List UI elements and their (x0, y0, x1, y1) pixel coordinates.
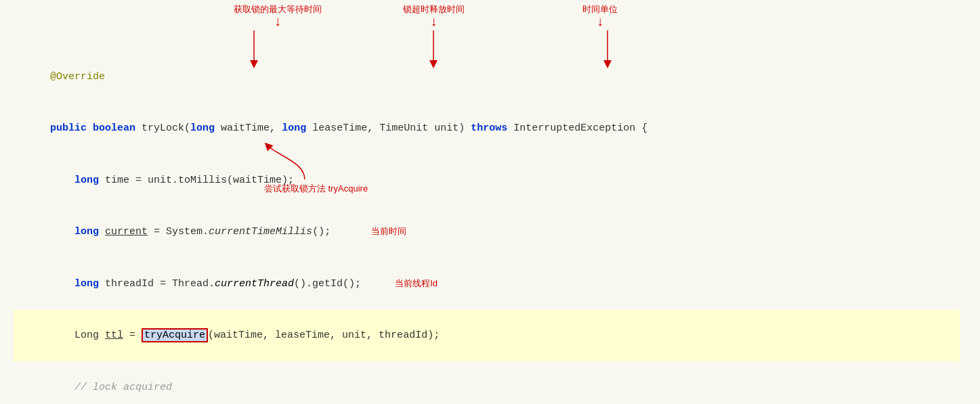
annotation-lease-time: 锁超时释放时间 ↓ (403, 3, 465, 29)
annotation-try-acquire: 尝试获取锁方法 tryAcquire (264, 183, 368, 195)
arrow3-down: ↓ (596, 16, 604, 29)
kw-public: public (50, 122, 87, 134)
space2: tryLock( (135, 122, 190, 134)
code-line-3: long time = unit.toMillis(waitTime); (14, 154, 960, 206)
plain-wait: waitTime, (215, 122, 282, 134)
kw-long2: long (282, 122, 306, 134)
arrow6 (264, 142, 318, 185)
code-line-5: long threadId = Thread.currentThread().g… (14, 258, 960, 310)
kw-boolean: boolean (93, 122, 135, 134)
code-line-7: // lock acquired (14, 361, 960, 404)
code-container: 获取锁的最大等待时间 ↓ 锁超时释放时间 ↓ 时间单位 ↓ @Override … (0, 0, 980, 404)
plain-exception: InterruptedException { (507, 122, 647, 134)
code-line-1: @Override (14, 51, 960, 103)
try-acquire-highlight: tryAcquire (142, 328, 208, 342)
code-line-4: long current = System.currentTimeMillis(… (14, 206, 960, 259)
annotation-time-unit: 时间单位 ↓ (582, 3, 618, 29)
annotation-override: @Override (50, 71, 105, 83)
kw-long1: long (190, 122, 215, 134)
arrow2-down: ↓ (429, 16, 438, 29)
arrow1-down: ↓ (274, 16, 282, 29)
code-line-6: Long ttl = tryAcquire(waitTime, leaseTim… (14, 310, 960, 362)
code-line-2: public boolean tryLock(long waitTime, lo… (14, 103, 960, 155)
annotation-wait-time: 获取锁的最大等待时间 ↓ (234, 3, 322, 29)
kw-throws: throws (471, 122, 507, 134)
space1 (87, 122, 93, 134)
plain-lease: leaseTime, TimeUnit unit) (306, 122, 471, 134)
